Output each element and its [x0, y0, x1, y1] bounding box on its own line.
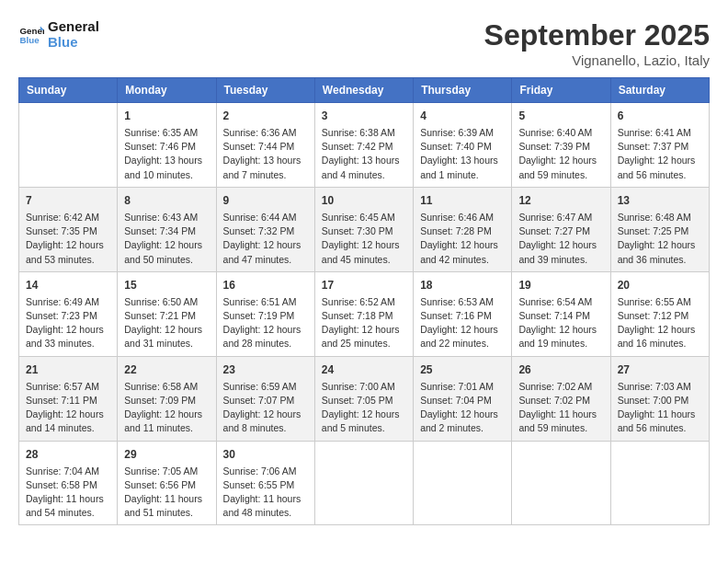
day-info: Sunrise: 6:43 AMSunset: 7:34 PMDaylight:… [124, 211, 209, 267]
header-sunday: Sunday [19, 78, 118, 103]
day-info: Sunrise: 6:41 AMSunset: 7:37 PMDaylight:… [618, 126, 702, 182]
logo-line1: General [48, 18, 99, 34]
day-info: Sunrise: 6:50 AMSunset: 7:21 PMDaylight:… [124, 295, 209, 351]
day-number: 17 [322, 277, 406, 293]
day-info: Sunrise: 6:46 AMSunset: 7:28 PMDaylight:… [420, 211, 505, 267]
day-number: 19 [518, 277, 603, 293]
day-info: Sunrise: 6:54 AMSunset: 7:14 PMDaylight:… [518, 295, 603, 351]
day-number: 25 [420, 362, 505, 378]
day-info: Sunrise: 6:40 AMSunset: 7:39 PMDaylight:… [518, 126, 603, 182]
logo-icon: General Blue [18, 21, 44, 47]
day-info: Sunrise: 6:55 AMSunset: 7:12 PMDaylight:… [618, 295, 702, 351]
day-info: Sunrise: 6:48 AMSunset: 7:25 PMDaylight:… [618, 211, 702, 267]
calendar-cell: 22Sunrise: 6:58 AMSunset: 7:09 PMDayligh… [118, 356, 216, 441]
calendar-cell: 29Sunrise: 7:05 AMSunset: 6:56 PMDayligh… [118, 441, 216, 525]
calendar-cell: 12Sunrise: 6:47 AMSunset: 7:27 PMDayligh… [512, 187, 610, 271]
calendar-cell: 27Sunrise: 7:03 AMSunset: 7:00 PMDayligh… [610, 356, 709, 441]
calendar-cell: 21Sunrise: 6:57 AMSunset: 7:11 PMDayligh… [19, 356, 118, 441]
day-info: Sunrise: 6:35 AMSunset: 7:46 PMDaylight:… [124, 126, 209, 182]
calendar-cell: 25Sunrise: 7:01 AMSunset: 7:04 PMDayligh… [414, 356, 512, 441]
day-number: 5 [518, 108, 603, 124]
calendar-cell: 11Sunrise: 6:46 AMSunset: 7:28 PMDayligh… [414, 187, 512, 271]
calendar-cell: 19Sunrise: 6:54 AMSunset: 7:14 PMDayligh… [512, 271, 610, 356]
day-info: Sunrise: 7:06 AMSunset: 6:55 PMDaylight:… [223, 465, 308, 521]
week-row-2: 7Sunrise: 6:42 AMSunset: 7:35 PMDaylight… [19, 187, 710, 271]
day-number: 14 [26, 277, 110, 293]
calendar-cell [19, 103, 118, 188]
calendar-cell: 8Sunrise: 6:43 AMSunset: 7:34 PMDaylight… [118, 187, 216, 271]
day-info: Sunrise: 7:03 AMSunset: 7:00 PMDaylight:… [618, 380, 702, 436]
calendar-cell: 30Sunrise: 7:06 AMSunset: 6:55 PMDayligh… [216, 441, 314, 525]
day-number: 20 [618, 277, 702, 293]
calendar-cell: 9Sunrise: 6:44 AMSunset: 7:32 PMDaylight… [216, 187, 314, 271]
day-number: 9 [223, 192, 308, 209]
calendar-cell [610, 441, 709, 525]
day-info: Sunrise: 6:44 AMSunset: 7:32 PMDaylight:… [223, 211, 308, 267]
header-saturday: Saturday [610, 78, 709, 103]
header-thursday: Thursday [414, 78, 512, 103]
day-number: 23 [223, 362, 308, 378]
header-wednesday: Wednesday [314, 78, 413, 103]
day-number: 22 [124, 362, 209, 378]
calendar-cell: 4Sunrise: 6:39 AMSunset: 7:40 PMDaylight… [414, 103, 512, 188]
day-info: Sunrise: 6:39 AMSunset: 7:40 PMDaylight:… [420, 126, 505, 182]
day-number: 2 [223, 108, 308, 124]
day-number: 8 [124, 192, 209, 209]
day-info: Sunrise: 6:49 AMSunset: 7:23 PMDaylight:… [26, 295, 110, 351]
day-number: 28 [26, 446, 110, 463]
calendar-cell: 20Sunrise: 6:55 AMSunset: 7:12 PMDayligh… [610, 271, 709, 356]
day-number: 10 [322, 192, 406, 209]
header-tuesday: Tuesday [216, 78, 314, 103]
day-info: Sunrise: 6:52 AMSunset: 7:18 PMDaylight:… [322, 295, 406, 351]
calendar-cell: 17Sunrise: 6:52 AMSunset: 7:18 PMDayligh… [314, 271, 413, 356]
day-info: Sunrise: 6:51 AMSunset: 7:19 PMDaylight:… [223, 295, 308, 351]
calendar-cell: 14Sunrise: 6:49 AMSunset: 7:23 PMDayligh… [19, 271, 118, 356]
calendar-cell [512, 441, 610, 525]
calendar-table: SundayMondayTuesdayWednesdayThursdayFrid… [18, 77, 710, 525]
day-number: 18 [420, 277, 505, 293]
day-number: 27 [618, 362, 702, 378]
calendar-cell: 6Sunrise: 6:41 AMSunset: 7:37 PMDaylight… [610, 103, 709, 188]
day-number: 30 [223, 446, 308, 463]
day-number: 12 [518, 192, 603, 209]
day-number: 6 [618, 108, 702, 124]
day-number: 21 [26, 362, 110, 378]
day-number: 11 [420, 192, 505, 209]
day-number: 15 [124, 277, 209, 293]
calendar-cell: 7Sunrise: 6:42 AMSunset: 7:35 PMDaylight… [19, 187, 118, 271]
day-number: 13 [618, 192, 702, 209]
svg-text:Blue: Blue [19, 35, 40, 45]
calendar-cell: 15Sunrise: 6:50 AMSunset: 7:21 PMDayligh… [118, 271, 216, 356]
page-header: General Blue General Blue September 2025… [18, 18, 710, 68]
header-monday: Monday [118, 78, 216, 103]
day-info: Sunrise: 6:53 AMSunset: 7:16 PMDaylight:… [420, 295, 505, 351]
day-number: 26 [518, 362, 603, 378]
calendar-cell: 1Sunrise: 6:35 AMSunset: 7:46 PMDaylight… [118, 103, 216, 188]
day-info: Sunrise: 6:58 AMSunset: 7:09 PMDaylight:… [124, 380, 209, 436]
calendar-header-row: SundayMondayTuesdayWednesdayThursdayFrid… [19, 78, 710, 103]
calendar-cell: 24Sunrise: 7:00 AMSunset: 7:05 PMDayligh… [314, 356, 413, 441]
calendar-cell: 13Sunrise: 6:48 AMSunset: 7:25 PMDayligh… [610, 187, 709, 271]
logo: General Blue General Blue [18, 18, 99, 50]
calendar-cell: 28Sunrise: 7:04 AMSunset: 6:58 PMDayligh… [19, 441, 118, 525]
day-info: Sunrise: 6:38 AMSunset: 7:42 PMDaylight:… [322, 126, 406, 182]
day-info: Sunrise: 7:02 AMSunset: 7:02 PMDaylight:… [518, 380, 603, 436]
calendar-cell: 2Sunrise: 6:36 AMSunset: 7:44 PMDaylight… [216, 103, 314, 188]
day-number: 24 [322, 362, 406, 378]
day-info: Sunrise: 7:05 AMSunset: 6:56 PMDaylight:… [124, 465, 209, 521]
calendar-body: 1Sunrise: 6:35 AMSunset: 7:46 PMDaylight… [19, 103, 710, 525]
week-row-5: 28Sunrise: 7:04 AMSunset: 6:58 PMDayligh… [19, 441, 710, 525]
title-block: September 2025 Vignanello, Lazio, Italy [484, 18, 710, 68]
calendar-cell: 5Sunrise: 6:40 AMSunset: 7:39 PMDaylight… [512, 103, 610, 188]
day-info: Sunrise: 6:59 AMSunset: 7:07 PMDaylight:… [223, 380, 308, 436]
logo-line2: Blue [48, 34, 99, 50]
calendar-cell: 16Sunrise: 6:51 AMSunset: 7:19 PMDayligh… [216, 271, 314, 356]
calendar-cell [414, 441, 512, 525]
day-info: Sunrise: 7:04 AMSunset: 6:58 PMDaylight:… [26, 465, 110, 521]
week-row-4: 21Sunrise: 6:57 AMSunset: 7:11 PMDayligh… [19, 356, 710, 441]
day-info: Sunrise: 6:57 AMSunset: 7:11 PMDaylight:… [26, 380, 110, 436]
month-title: September 2025 [484, 18, 710, 52]
day-number: 4 [420, 108, 505, 124]
day-info: Sunrise: 6:36 AMSunset: 7:44 PMDaylight:… [223, 126, 308, 182]
week-row-3: 14Sunrise: 6:49 AMSunset: 7:23 PMDayligh… [19, 271, 710, 356]
